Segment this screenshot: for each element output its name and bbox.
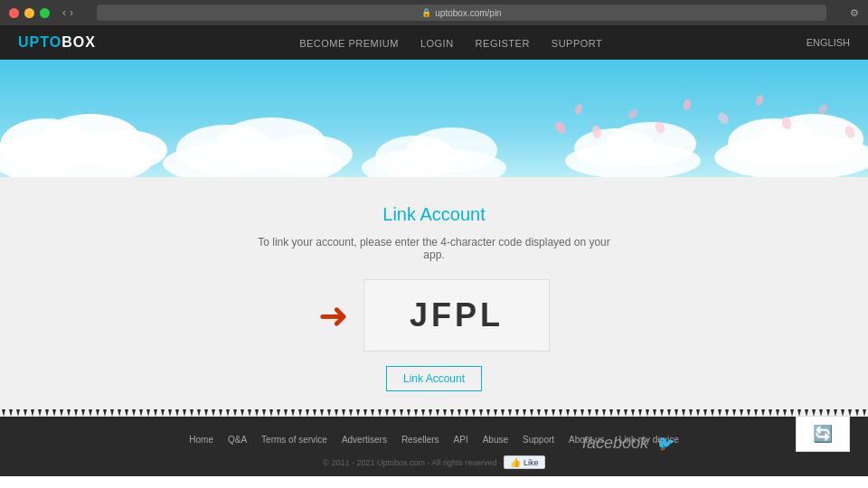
svg-point-23 [716, 110, 731, 126]
svg-point-20 [627, 108, 639, 120]
svg-point-18 [573, 103, 584, 116]
svg-point-22 [683, 99, 692, 110]
forward-icon[interactable]: › [70, 6, 73, 19]
svg-point-7 [262, 135, 353, 174]
main-content: Link Account To link your account, pleas… [0, 177, 868, 409]
footer-separator [0, 409, 868, 424]
hero-banner [0, 60, 868, 177]
footer: Home Q&A Terms of service Advertisers Re… [0, 424, 868, 476]
copyright-text: © 2011 - 2021 Uptobox.com - All rights r… [323, 455, 544, 469]
footer-link-support[interactable]: Support [523, 435, 554, 445]
language-selector[interactable]: ENGLISH [807, 37, 850, 48]
footer-link-tos[interactable]: Terms of service [261, 435, 327, 445]
svg-point-16 [764, 114, 863, 164]
social-links: facebook 🐦 [582, 434, 674, 453]
traffic-light-fullscreen[interactable] [40, 8, 50, 18]
svg-point-3 [86, 130, 167, 170]
page-title: Link Account [382, 204, 485, 225]
fb-like-icon: 👍 [510, 457, 521, 467]
logo[interactable]: UPTOBOX [18, 34, 96, 51]
url-text: uptobox.com/pin [435, 8, 501, 18]
traffic-light-close[interactable] [9, 8, 19, 18]
footer-copyright-row: © 2011 - 2021 Uptobox.com - All rights r… [18, 455, 850, 469]
page-description: To link your account, please enter the 4… [253, 236, 615, 261]
navbar: UPTOBOX BECOME PREMIUM LOGIN REGISTER SU… [0, 25, 868, 60]
lock-icon: 🔒 [421, 8, 431, 17]
nav-register[interactable]: REGISTER [476, 38, 530, 49]
back-icon[interactable]: ‹ [62, 6, 66, 19]
arrow-icon: ➜ [318, 295, 349, 336]
browser-chrome: ‹ › 🔒 uptobox.com/pin ⚙ [0, 0, 868, 25]
footer-link-abuse[interactable]: Abuse [483, 435, 508, 445]
browser-back-forward: ‹ › [62, 6, 73, 19]
nav-links: BECOME PREMIUM LOGIN REGISTER SUPPORT [299, 34, 602, 51]
traffic-light-minimize[interactable] [24, 8, 34, 18]
settings-icon[interactable]: ⚙ [850, 7, 859, 19]
footer-link-qa[interactable]: Q&A [228, 435, 247, 445]
svg-point-17 [553, 119, 568, 135]
fb-like-button[interactable]: 👍 Like [504, 455, 545, 469]
code-section: ➜ JFPL [318, 279, 550, 352]
svg-point-26 [816, 103, 828, 116]
nav-login[interactable]: LOGIN [420, 38, 454, 49]
footer-link-api[interactable]: API [454, 435, 468, 445]
footer-link-advertisers[interactable]: Advertisers [342, 435, 387, 445]
footer-link-resellers[interactable]: Resellers [401, 435, 439, 445]
footer-links-row: Home Q&A Terms of service Advertisers Re… [18, 435, 850, 452]
footer-link-home[interactable]: Home [189, 435, 213, 445]
link-account-button[interactable]: Link Account [386, 366, 482, 391]
facebook-label: facebook [582, 434, 648, 453]
svg-point-24 [754, 94, 765, 107]
recaptcha-widget[interactable]: 🔄 [796, 416, 850, 452]
browser-right-controls: ⚙ [850, 7, 859, 19]
recaptcha-icon: 🔄 [813, 424, 833, 444]
svg-point-13 [606, 122, 696, 165]
clouds-svg [0, 60, 868, 177]
svg-point-10 [407, 127, 497, 173]
twitter-icon[interactable]: 🐦 [656, 435, 674, 452]
link-code: JFPL [363, 279, 550, 352]
address-bar[interactable]: 🔒 uptobox.com/pin [97, 5, 826, 21]
nav-support[interactable]: SUPPORT [552, 38, 602, 49]
nav-become-premium[interactable]: BECOME PREMIUM [299, 38, 399, 49]
